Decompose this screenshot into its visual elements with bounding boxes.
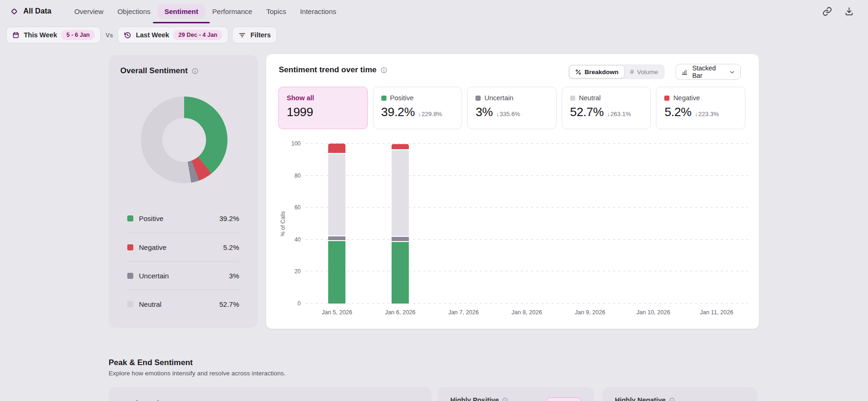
tab-overview[interactable]: Overview bbox=[67, 4, 110, 19]
highly-positive-card-title: Highly Positive bbox=[450, 396, 508, 401]
bar-segment-neutral[interactable] bbox=[328, 154, 345, 236]
bar-segment-positive[interactable] bbox=[328, 241, 345, 304]
tab-sentiment[interactable]: Sentiment bbox=[158, 4, 206, 19]
toggle-breakdown[interactable]: Breakdown bbox=[569, 65, 625, 78]
top-navigation: All Data Overview Objections Sentiment P… bbox=[0, 0, 868, 22]
down-arrow-icon: ↓ bbox=[695, 111, 698, 118]
stat-card-negative[interactable]: Negative 5.2% ↓223.3% bbox=[656, 87, 745, 129]
y-tick-label: 60 bbox=[295, 204, 301, 211]
bar-column bbox=[432, 144, 495, 304]
legend-row-positive[interactable]: Positive 39.2% bbox=[127, 204, 239, 233]
info-icon[interactable] bbox=[380, 67, 387, 74]
info-icon bbox=[669, 397, 675, 401]
stat-card-neutral[interactable]: Neutral 52.7% ↓263.1% bbox=[562, 87, 651, 129]
positive-swatch bbox=[381, 96, 386, 101]
filter-lines-icon bbox=[238, 31, 246, 39]
peak-end-title: Peak & End Sentiment bbox=[109, 358, 193, 367]
stat-delta: ↓223.3% bbox=[695, 111, 719, 118]
vs-label: Vs bbox=[105, 32, 113, 39]
download-icon[interactable] bbox=[844, 7, 854, 16]
bar-segment-positive[interactable] bbox=[392, 242, 409, 304]
info-icon bbox=[502, 397, 508, 401]
info-icon[interactable] bbox=[192, 68, 199, 75]
x-tick-label: Jan 5, 2026 bbox=[305, 309, 369, 316]
stat-label: Show all bbox=[287, 94, 314, 102]
bar-segment-negative[interactable] bbox=[392, 144, 409, 150]
plot-area bbox=[305, 144, 748, 304]
nav-actions bbox=[822, 7, 854, 16]
trend-stats-row: Show all 1999 Positive 39.2% ↓229.8% Unc… bbox=[278, 87, 745, 129]
stacked-bar-jan-5-2026[interactable] bbox=[328, 144, 345, 304]
tab-interactions[interactable]: Interactions bbox=[293, 4, 344, 19]
bar-segment-uncertain[interactable] bbox=[328, 236, 345, 241]
uncertain-swatch bbox=[475, 96, 481, 101]
x-axis-labels: Jan 5, 2026Jan 6, 2026Jan 7, 2026Jan 8, … bbox=[305, 309, 748, 316]
overall-sentiment-title: Overall Sentiment bbox=[120, 66, 188, 76]
date-range-button[interactable]: This Week 5 - 6 Jan bbox=[6, 27, 101, 43]
stat-value: 3% bbox=[475, 105, 493, 119]
nav-tabs: Overview Objections Sentiment Performanc… bbox=[67, 4, 343, 19]
positive-swatch bbox=[127, 215, 133, 221]
app-brand[interactable]: All Data bbox=[10, 7, 51, 15]
y-tick-label: 20 bbox=[295, 268, 301, 275]
tab-performance[interactable]: Performance bbox=[205, 4, 259, 19]
sentiment-legend: Positive 39.2% Negative 5.2% Uncertain 3… bbox=[127, 204, 239, 318]
down-arrow-icon: ↓ bbox=[607, 111, 610, 118]
legend-value: 39.2% bbox=[219, 214, 239, 222]
percent-icon bbox=[575, 69, 581, 75]
compare-range-button[interactable]: Last Week 29 Dec - 4 Jan bbox=[117, 27, 228, 43]
highly-positive-card: Highly Positive bbox=[438, 387, 594, 401]
filter-row: This Week 5 - 6 Jan Vs Last Week 29 Dec … bbox=[6, 27, 277, 43]
bar-segment-neutral[interactable] bbox=[392, 150, 409, 237]
filters-button[interactable]: Filters bbox=[232, 27, 277, 43]
bar-column bbox=[305, 144, 369, 304]
stat-value: 39.2% bbox=[381, 105, 415, 119]
y-tick-label: 100 bbox=[291, 140, 301, 147]
legend-value: 5.2% bbox=[223, 243, 239, 251]
legend-label: Uncertain bbox=[139, 272, 169, 280]
stat-value: 5.2% bbox=[664, 105, 691, 119]
stacked-bar-jan-6-2026[interactable] bbox=[392, 144, 409, 304]
down-arrow-icon: ↓ bbox=[418, 111, 421, 118]
legend-row-negative[interactable]: Negative 5.2% bbox=[127, 233, 239, 261]
brand-label: All Data bbox=[23, 7, 51, 15]
stat-label: Positive bbox=[390, 94, 414, 102]
legend-row-uncertain[interactable]: Uncertain 3% bbox=[127, 261, 239, 290]
link-icon[interactable] bbox=[822, 7, 832, 16]
bar-chart-icon bbox=[681, 69, 688, 76]
stat-card-show-all[interactable]: Show all 1999 bbox=[278, 87, 368, 129]
y-tick-label: 40 bbox=[295, 236, 301, 243]
view-toggle-group: Breakdown # Volume bbox=[568, 64, 665, 79]
negative-swatch bbox=[664, 96, 669, 101]
stat-label: Uncertain bbox=[484, 94, 513, 102]
diamond-logo-icon bbox=[10, 7, 18, 15]
uncertain-swatch bbox=[127, 273, 133, 279]
stat-card-positive[interactable]: Positive 39.2% ↓229.8% bbox=[373, 87, 462, 129]
toggle-volume[interactable]: # Volume bbox=[625, 65, 664, 78]
trend-title: Sentiment trend over time bbox=[279, 65, 377, 75]
highly-positive-badge[interactable] bbox=[546, 397, 581, 401]
down-arrow-icon: ↓ bbox=[496, 111, 499, 118]
stat-value: 1999 bbox=[287, 105, 313, 119]
toggle-breakdown-label: Breakdown bbox=[585, 69, 619, 76]
stat-card-uncertain[interactable]: Uncertain 3% ↓335.6% bbox=[467, 87, 557, 129]
y-axis-ticks: 020406080100 bbox=[266, 144, 301, 304]
bar-column bbox=[622, 144, 685, 304]
tab-topics[interactable]: Topics bbox=[259, 4, 293, 19]
bar-columns bbox=[305, 144, 748, 304]
stat-label: Neutral bbox=[579, 94, 601, 102]
x-tick-label: Jan 8, 2026 bbox=[495, 309, 558, 316]
tab-objections[interactable]: Objections bbox=[110, 4, 158, 19]
bar-segment-uncertain[interactable] bbox=[392, 237, 409, 242]
peak-end-subtitle: Explore how emotions intensify and resol… bbox=[109, 370, 286, 377]
stat-delta: ↓335.6% bbox=[496, 111, 520, 118]
legend-row-neutral[interactable]: Neutral 52.7% bbox=[127, 290, 239, 318]
bar-segment-negative[interactable] bbox=[328, 144, 345, 154]
chart-type-dropdown[interactable]: Stacked Bar bbox=[675, 64, 741, 80]
negative-swatch bbox=[127, 244, 133, 250]
legend-label: Positive bbox=[139, 214, 164, 222]
history-icon bbox=[124, 31, 131, 39]
sentiment-donut-chart[interactable] bbox=[141, 97, 227, 183]
x-tick-label: Jan 11, 2026 bbox=[685, 309, 748, 316]
neutral-swatch bbox=[570, 96, 575, 101]
